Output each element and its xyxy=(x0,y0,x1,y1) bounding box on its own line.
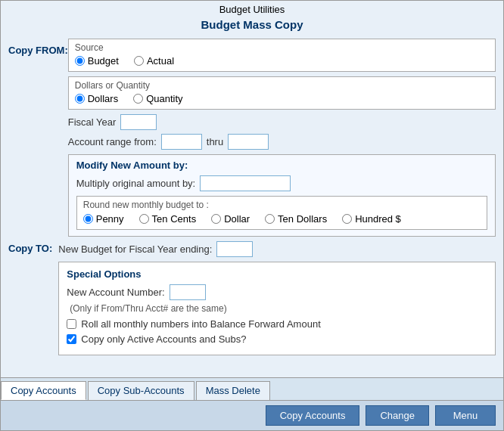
round-hundred-radio[interactable] xyxy=(342,214,352,224)
source-budget-radio[interactable] xyxy=(75,56,85,66)
copy-from-box: Source Budget Actual Dollars or xyxy=(68,39,496,237)
title-bar: Budget Utilities xyxy=(1,1,503,17)
copy-to-fiscal-year-input[interactable]: 2024 xyxy=(216,241,253,257)
tab-copy-subaccounts[interactable]: Copy Sub-Accounts xyxy=(88,381,194,400)
account-range-row: Account range from: 4000 thru 8999 xyxy=(68,134,496,150)
title-bar-text: Budget Utilities xyxy=(219,4,285,15)
account-from-input[interactable]: 4000 xyxy=(161,134,202,150)
round-dollar-label: Dollar xyxy=(224,213,250,225)
round-radio-group: Penny Ten Cents Dollar xyxy=(83,213,481,225)
active-label: Copy only Active Accounts and Subs? xyxy=(81,333,246,345)
source-budget-label: Budget xyxy=(88,55,119,67)
source-radio-group: Budget Actual xyxy=(75,55,489,67)
roll-label: Roll all monthly numbers into Balance Fo… xyxy=(81,318,320,330)
copy-accounts-button[interactable]: Copy Accounts xyxy=(266,405,360,426)
new-budget-label: New Budget for Fiscal Year ending: xyxy=(58,243,212,255)
round-hundred-option[interactable]: Hundred $ xyxy=(342,213,401,225)
round-penny-radio[interactable] xyxy=(83,214,93,224)
source-actual-radio[interactable] xyxy=(134,56,144,66)
dollars-option[interactable]: Dollars xyxy=(75,93,118,104)
source-budget-option[interactable]: Budget xyxy=(75,55,119,67)
quantity-option[interactable]: Quantity xyxy=(133,93,182,104)
roll-checkbox[interactable] xyxy=(67,319,76,329)
round-fieldset: Round new monthly budget to : Penny Ten … xyxy=(76,196,487,230)
round-tencents-label: Ten Cents xyxy=(152,213,197,225)
round-tendollars-radio[interactable] xyxy=(265,214,275,224)
note-text: (Only if From/Thru Acct# are the same) xyxy=(70,303,487,314)
copy-to-label: Copy TO: xyxy=(8,243,52,254)
modify-title: Modify New Amount by: xyxy=(76,160,487,171)
round-penny-option[interactable]: Penny xyxy=(83,213,124,225)
round-hundred-label: Hundred $ xyxy=(355,213,401,225)
dollars-label: Dollars xyxy=(88,93,118,104)
round-penny-label: Penny xyxy=(96,213,124,225)
copy-from-section: Copy FROM: Source Budget Actual xyxy=(8,39,496,237)
new-account-row: New Account Number: xyxy=(67,284,487,300)
new-budget-row: New Budget for Fiscal Year ending: 2024 xyxy=(58,241,496,257)
menu-button[interactable]: Menu xyxy=(435,405,496,426)
fiscal-year-label: Fiscal Year xyxy=(68,116,117,128)
round-dollar-radio[interactable] xyxy=(211,214,221,224)
fiscal-year-row: Fiscal Year 2023 xyxy=(68,114,496,130)
fiscal-year-input[interactable]: 2023 xyxy=(120,114,157,130)
multiply-label: Multiply original amount by: xyxy=(76,178,196,189)
round-tencents-option[interactable]: Ten Cents xyxy=(139,213,197,225)
round-dollar-option[interactable]: Dollar xyxy=(211,213,250,225)
bottom-bar: Copy Accounts Change Menu xyxy=(1,400,503,430)
page-title: Budget Mass Copy xyxy=(1,17,503,36)
round-tencents-radio[interactable] xyxy=(139,214,149,224)
copy-to-section: Copy TO: New Budget for Fiscal Year endi… xyxy=(8,241,496,355)
new-account-label: New Account Number: xyxy=(67,287,164,298)
new-account-input[interactable] xyxy=(170,284,206,300)
dollars-radio-group: Dollars Quantity xyxy=(75,93,489,104)
multiply-row: Multiply original amount by: 1.00000000 xyxy=(76,175,487,191)
dollars-radio[interactable] xyxy=(75,94,85,104)
special-options-title: Special Options xyxy=(67,268,487,280)
tab-copy-accounts[interactable]: Copy Accounts xyxy=(1,381,86,400)
dollars-legend: Dollars or Quantity xyxy=(75,80,489,91)
quantity-label: Quantity xyxy=(146,93,182,104)
modify-section: Modify New Amount by: Multiply original … xyxy=(68,154,496,237)
change-button[interactable]: Change xyxy=(366,405,429,426)
tabs-bar: Copy Accounts Copy Sub-Accounts Mass Del… xyxy=(1,377,503,400)
main-window: Budget Utilities Budget Mass Copy Copy F… xyxy=(0,0,504,431)
source-legend: Source xyxy=(75,42,489,53)
roll-row: Roll all monthly numbers into Balance Fo… xyxy=(67,318,487,330)
dollars-fieldset: Dollars or Quantity Dollars Quantity xyxy=(68,76,496,110)
special-options-box: Special Options New Account Number: (Onl… xyxy=(58,262,496,355)
source-actual-label: Actual xyxy=(147,55,174,67)
main-content: Copy FROM: Source Budget Actual xyxy=(1,36,503,377)
account-range-label: Account range from: xyxy=(68,136,157,147)
tab-mass-delete[interactable]: Mass Delete xyxy=(196,381,270,400)
round-tendollars-option[interactable]: Ten Dollars xyxy=(265,213,327,225)
quantity-radio[interactable] xyxy=(133,94,143,104)
round-tendollars-label: Ten Dollars xyxy=(278,213,327,225)
round-legend: Round new monthly budget to : xyxy=(83,200,481,210)
active-checkbox[interactable] xyxy=(67,334,76,344)
copy-to-inner: New Budget for Fiscal Year ending: 2024 … xyxy=(58,241,496,355)
multiply-input[interactable]: 1.00000000 xyxy=(200,175,291,191)
copy-from-label: Copy FROM: xyxy=(8,39,68,56)
source-fieldset: Source Budget Actual xyxy=(68,39,496,72)
thru-label: thru xyxy=(207,136,223,147)
active-row: Copy only Active Accounts and Subs? xyxy=(67,333,487,345)
source-actual-option[interactable]: Actual xyxy=(134,55,174,67)
account-to-input[interactable]: 8999 xyxy=(228,134,269,150)
